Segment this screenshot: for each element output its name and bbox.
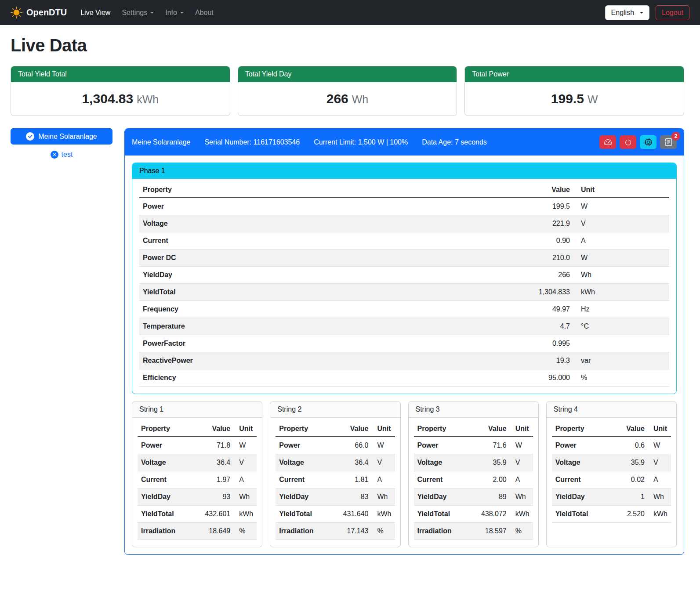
summary-cards-row: Total Yield Total 1,304.83kWh Total Yiel… [11,66,684,116]
value-cell: 438.072 [476,506,510,523]
nav-settings-label: Settings [122,9,147,17]
value-cell: 1.97 [199,471,234,488]
nav-settings[interactable]: Settings [116,5,160,20]
property-cell: YieldTotal [139,284,521,301]
value-cell: 49.97 [521,301,573,318]
summary-card: Total Power 199.5W [464,66,684,116]
property-cell: YieldTotal [414,506,476,523]
nav-live-view[interactable]: Live View [75,5,116,20]
nav-info[interactable]: Info [160,5,189,20]
unit-cell: % [573,369,669,387]
value-cell: 4.7 [521,318,573,335]
power-button[interactable] [620,135,636,149]
string-table: Property Value Unit [138,421,257,540]
property-cell: Power [414,437,476,454]
inverter-panel-header: Meine Solaranlage Serial Number: 1161716… [125,129,684,156]
table-header-row: Property Value Unit [552,421,671,437]
inverter-name: Meine Solaranlage [132,138,190,146]
property-cell: Voltage [552,454,614,471]
top-navbar: OpenDTU Live View Settings Info About En… [0,0,700,25]
unit-cell: A [372,471,395,488]
sidebar-inverter-test[interactable]: test [11,151,112,159]
value-cell: 18.597 [476,523,510,540]
nav-about[interactable]: About [189,5,219,20]
table-row: Current 2.00 A [414,471,533,488]
property-cell: Voltage [276,454,337,471]
table-row: Power 71.8 W [138,437,257,454]
table-row: YieldDay 1 Wh [552,488,671,506]
string-title: String 4 [547,402,676,418]
event-log-button[interactable]: 2 [660,135,677,149]
string-table-body: Power 0.6 W Voltage 35.9 [552,437,671,523]
value-cell: 431.640 [338,506,372,523]
property-cell: Current [552,471,614,488]
table-row: Current 0.90 A [139,232,669,250]
unit-cell: Wh [234,488,257,506]
value-cell: 71.8 [199,437,234,454]
property-cell: Voltage [139,215,521,232]
table-row: Efficiency 95.000 % [139,369,669,387]
table-row: YieldDay 83 Wh [276,488,395,506]
summary-card-body: 199.5W [465,82,684,116]
brand-link[interactable]: OpenDTU [11,7,67,18]
unit-cell: V [573,215,669,232]
property-cell: Irradiation [414,523,476,540]
chevron-down-icon [180,12,184,14]
nav-about-label: About [195,9,214,17]
summary-card-body: 266Wh [238,82,457,116]
unit-cell: W [573,198,669,215]
language-select-value: English [611,9,634,16]
summary-card-title: Total Yield Day [238,66,457,82]
logout-button[interactable]: Logout [656,5,689,20]
unit-cell: A [648,471,671,488]
column-unit: Unit [510,421,533,437]
property-cell: YieldTotal [138,506,199,523]
inverter-limit: Current Limit: 1,500 W | 100% [314,138,408,146]
value-cell: 2.00 [476,471,510,488]
table-row: ReactivePower 19.3 var [139,352,669,369]
string-body: Property Value Unit [409,418,538,547]
inverter-data-age: Data Age: 7 seconds [422,138,487,146]
string-table: Property Value Unit [552,421,671,523]
page-container: Live Data Total Yield Total 1,304.83kWh … [0,25,700,567]
table-row: Irradiation 18.597 % [414,523,533,540]
summary-card-unit: kWh [137,93,159,105]
unit-cell: kWh [648,506,671,523]
power-icon [624,138,632,146]
string-table-body: Power 66.0 W Voltage 36.4 [276,437,395,540]
unit-cell: kWh [372,506,395,523]
property-cell: PowerFactor [139,335,521,352]
table-row: YieldTotal 1,304.833 kWh [139,284,669,301]
value-cell: 0.90 [521,232,573,250]
property-cell: YieldTotal [276,506,337,523]
device-info-button[interactable] [640,135,656,149]
journal-icon [665,138,672,146]
property-cell: YieldDay [552,488,614,506]
inverter-panel: Meine Solaranlage Serial Number: 1161716… [124,128,684,555]
sidebar-inverter-active-button[interactable]: Meine Solaranlage [11,128,112,145]
unit-cell: Wh [372,488,395,506]
property-cell: Power [276,437,337,454]
table-row: Power 0.6 W [552,437,671,454]
language-select[interactable]: English [605,5,649,20]
table-row: YieldTotal 2.520 kWh [552,506,671,523]
table-row: Power 71.6 W [414,437,533,454]
value-cell: 17.143 [338,523,372,540]
table-row: YieldDay 93 Wh [138,488,257,506]
summary-card-unit: Wh [352,93,369,105]
summary-card-title: Total Power [465,66,684,82]
table-row: Voltage 36.4 V [138,454,257,471]
unit-cell: V [372,454,395,471]
unit-cell: A [510,471,533,488]
value-cell: 83 [338,488,372,506]
column-unit: Unit [648,421,671,437]
property-cell: YieldTotal [552,506,614,523]
property-cell: YieldDay [138,488,199,506]
unit-cell: W [648,437,671,454]
summary-card-value: 1,304.83 [82,91,133,106]
value-cell: 0.6 [614,437,648,454]
limit-settings-button[interactable] [599,135,616,149]
table-row: YieldDay 266 Wh [139,267,669,284]
table-header-row: Property Value Unit [276,421,395,437]
phase-body: Property Value Unit Power [132,179,676,394]
